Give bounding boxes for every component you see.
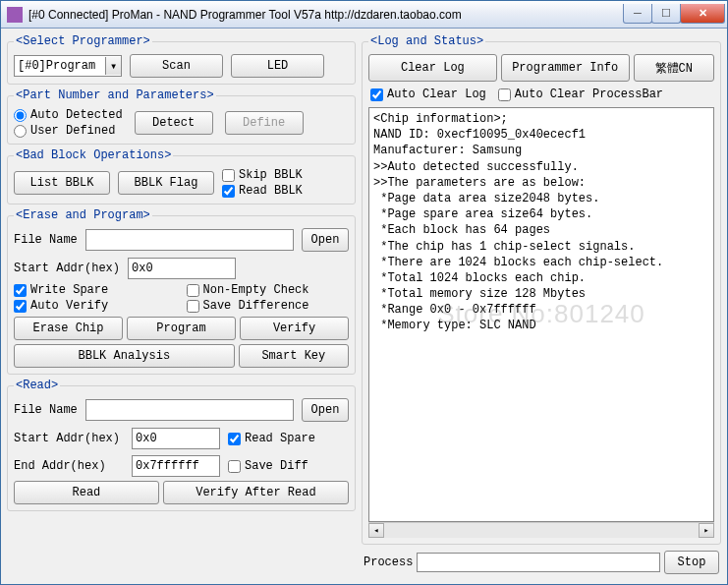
skip-bblk-checkbox[interactable]: Skip BBLK [222,168,303,182]
clear-log-button[interactable]: Clear Log [368,54,497,82]
auto-detected-radio[interactable]: Auto Detected [14,108,123,122]
scroll-right-icon[interactable]: ▸ [699,523,714,538]
log-horizontal-scrollbar[interactable]: ◂ ▸ [368,522,714,538]
non-empty-checkbox[interactable]: Non-Empty Check [187,283,350,297]
smart-key-button[interactable]: Smart Key [239,344,349,368]
programmer-combo[interactable]: [#0]Program ▾ [14,55,122,77]
erase-program-group: <Erase and Program> File Name Open Start… [7,208,356,375]
programmer-info-button[interactable]: Programmer Info [501,54,630,82]
part-number-group: <Part Number and Parameters> Auto Detect… [7,88,356,145]
read-spare-checkbox[interactable]: Read Spare [228,432,315,445]
select-programmer-legend: <Select Programmer> [14,34,152,48]
log-status-group: <Log and Status> Clear Log Programmer In… [362,34,721,545]
ep-startaddr-label: Start Addr(hex) [14,262,120,275]
read-endaddr-input[interactable] [132,455,220,477]
scan-button[interactable]: Scan [130,54,223,78]
read-legend: <Read> [14,379,60,392]
bad-block-legend: <Bad Block Operations> [14,148,173,162]
read-filename-input[interactable] [85,399,294,421]
process-label: Process [364,556,413,569]
read-button[interactable]: Read [14,481,159,504]
verify-button[interactable]: Verify [240,317,349,340]
log-textarea[interactable]: <Chip information>; NAND ID: 0xecf10095_… [368,107,714,522]
chevron-down-icon: ▾ [105,57,121,75]
erase-chip-button[interactable]: Erase Chip [14,317,123,340]
auto-verify-checkbox[interactable]: Auto Verify [14,299,177,313]
programmer-combo-value: [#0]Program [18,59,95,73]
read-startaddr-label: Start Addr(hex) [14,432,124,445]
read-save-diff-checkbox[interactable]: Save Diff [228,459,308,473]
erase-program-legend: <Erase and Program> [14,208,152,222]
bad-block-group: <Bad Block Operations> List BBLK BBLK Fl… [7,148,356,205]
read-open-button[interactable]: Open [302,398,349,422]
ep-startaddr-input[interactable] [128,258,236,279]
bblk-analysis-button[interactable]: BBLK Analysis [14,344,235,368]
lang-cn-button[interactable]: 繁體CN [634,54,714,82]
scroll-left-icon[interactable]: ◂ [368,523,384,538]
save-diff-checkbox[interactable]: Save Difference [187,299,350,313]
user-defined-radio[interactable]: User Defined [14,124,123,138]
log-status-legend: <Log and Status> [368,34,485,48]
read-endaddr-label: End Addr(hex) [14,459,124,473]
ep-open-button[interactable]: Open [302,228,349,252]
bblk-flag-button[interactable]: BBLK Flag [118,171,214,195]
detect-button[interactable]: Detect [135,111,213,135]
led-button[interactable]: LED [231,54,324,78]
read-filename-label: File Name [14,403,78,417]
program-button[interactable]: Program [127,317,236,340]
ep-filename-input[interactable] [85,229,294,251]
list-bblk-button[interactable]: List BBLK [14,171,110,195]
window-title: [#0 Connected] ProMan - NAND Programmer … [28,8,624,22]
define-button[interactable]: Define [225,111,304,135]
part-number-legend: <Part Number and Parameters> [14,88,216,102]
maximize-button[interactable]: ☐ [651,4,681,24]
verify-after-read-button[interactable]: Verify After Read [163,481,349,504]
select-programmer-group: <Select Programmer> [#0]Program ▾ Scan L… [7,34,356,85]
stop-button[interactable]: Stop [664,551,719,574]
read-group: <Read> File Name Open Start Addr(hex) Re… [7,379,356,511]
read-bblk-checkbox[interactable]: Read BBLK [222,184,303,198]
process-bar [417,553,660,572]
write-spare-checkbox[interactable]: Write Spare [14,283,177,297]
minimize-button[interactable]: ─ [623,4,652,24]
read-startaddr-input[interactable] [132,428,220,449]
ep-filename-label: File Name [14,233,78,247]
auto-clear-process-checkbox[interactable]: Auto Clear ProcessBar [498,88,663,101]
app-icon [7,7,23,23]
titlebar: [#0 Connected] ProMan - NAND Programmer … [1,1,727,29]
auto-clear-log-checkbox[interactable]: Auto Clear Log [370,88,486,101]
close-button[interactable]: ✕ [680,4,725,24]
